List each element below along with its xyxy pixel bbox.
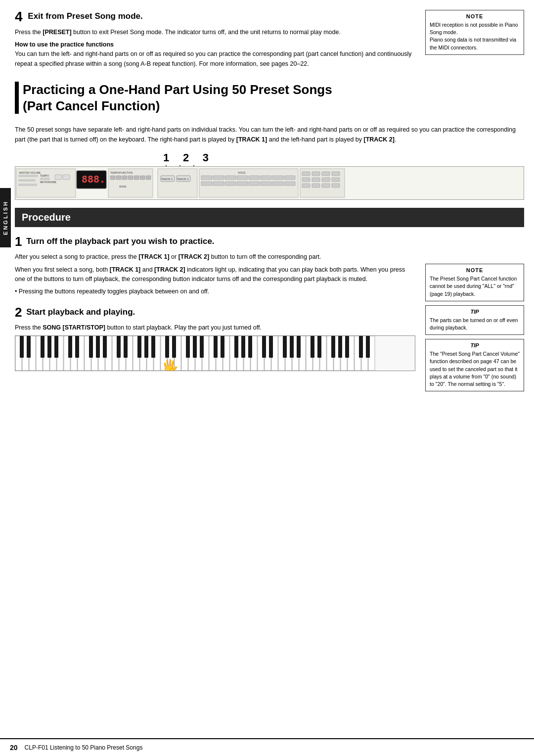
svg-text:MASTER VOLUME: MASTER VOLUME <box>19 171 41 174</box>
english-tab: ENGLISH <box>0 188 11 247</box>
svg-rect-56 <box>302 178 310 182</box>
step4-heading: 4 Exit from Preset Song mode. <box>15 10 415 24</box>
svg-rect-49 <box>272 182 283 186</box>
svg-rect-134 <box>186 336 190 358</box>
keyboard-diagram-container: 1 2 3 MASTER VOLUME <box>15 151 524 200</box>
track1-bold: [TRACK 1] <box>138 253 170 260</box>
black-bar-decoration <box>15 82 19 114</box>
step1-note-text: The Preset Song Part Cancel function can… <box>430 275 520 298</box>
svg-rect-127 <box>117 336 121 358</box>
svg-rect-125 <box>96 336 100 358</box>
track1b-bold: [TRACK 1] <box>110 266 141 273</box>
proc-step2-number: 2 <box>15 305 22 320</box>
step2-tip2-title: TIP <box>430 342 520 348</box>
svg-rect-50 <box>284 182 295 186</box>
svg-text:TEMPO/FUNCTION: TEMPO/FUNCTION <box>110 171 133 174</box>
svg-rect-36 <box>213 176 224 180</box>
proc-step1: 1 Turn off the playback part you wish to… <box>15 234 415 297</box>
svg-rect-145 <box>290 336 294 358</box>
svg-rect-25 <box>140 176 145 180</box>
step4-title: Exit from Preset Song mode. <box>28 11 142 21</box>
svg-rect-22 <box>122 176 127 180</box>
piano-keyboard: 🖐 <box>15 335 415 371</box>
svg-rect-10 <box>18 184 37 186</box>
svg-rect-142 <box>262 336 266 358</box>
hand-icon: 🖐 <box>161 359 178 371</box>
step4-note: NOTE MIDI reception is not possible in P… <box>425 10 524 55</box>
svg-rect-124 <box>89 336 93 358</box>
svg-rect-140 <box>241 336 245 358</box>
svg-rect-133 <box>172 336 176 358</box>
svg-rect-121 <box>54 336 58 358</box>
svg-rect-148 <box>317 336 321 358</box>
svg-rect-21 <box>116 176 121 180</box>
step1-tip1-title: TIP <box>430 309 520 315</box>
svg-rect-120 <box>47 336 51 358</box>
svg-text:TRACK 1: TRACK 1 <box>161 178 173 181</box>
step2-tip2-text: The "Preset Song Part Cancel Volume" fun… <box>430 350 520 388</box>
step4-para1: Press the [PRESET] button to exit Preset… <box>15 28 415 37</box>
step1-note-title: NOTE <box>430 267 520 273</box>
svg-rect-138 <box>221 336 224 358</box>
svg-rect-28 <box>158 169 197 197</box>
svg-rect-146 <box>297 336 301 358</box>
svg-rect-40 <box>261 176 271 180</box>
svg-rect-119 <box>41 336 44 358</box>
svg-rect-117 <box>20 336 24 358</box>
step1-note: NOTE The Preset Song Part Cancel functio… <box>425 264 524 301</box>
num-1: 1 <box>163 151 169 164</box>
track2b-bold: [TRACK 2] <box>154 266 185 273</box>
track1-ref: [TRACK 1] <box>236 136 267 143</box>
numbers-row: 1 2 3 <box>163 151 524 164</box>
big-title-line1: Practicing a One-Hand Part Using 50 Pres… <box>23 82 332 97</box>
svg-rect-139 <box>234 336 238 358</box>
intro-text: The 50 preset songs have separate left- … <box>15 125 524 144</box>
svg-rect-47 <box>249 182 260 186</box>
proc-step1-number: 1 <box>15 234 22 249</box>
step2-tip2: TIP The "Preset Song Part Cancel Volume"… <box>425 339 524 391</box>
svg-rect-122 <box>68 336 72 358</box>
track2-ref: [TRACK 2] <box>363 136 395 143</box>
panel-svg: MASTER VOLUME TEMPO METRONOME 888. TEMPO… <box>15 167 524 200</box>
procedure-heading: Procedure <box>22 212 71 223</box>
big-title-line2: (Part Cancel Function) <box>23 98 160 113</box>
svg-rect-42 <box>284 176 295 180</box>
proc-step2-title: Start playback and playing. <box>26 307 135 317</box>
svg-rect-12 <box>40 178 50 180</box>
svg-rect-152 <box>359 336 363 358</box>
page-footer: 20 CLP-F01 Listening to 50 Piano Preset … <box>0 738 534 756</box>
svg-rect-151 <box>345 336 349 358</box>
procedure-layout: 1 Turn off the playback part you wish to… <box>15 234 524 395</box>
svg-rect-131 <box>151 336 155 358</box>
num-2: 2 <box>183 151 189 164</box>
svg-rect-46 <box>237 182 248 186</box>
svg-rect-20 <box>110 176 115 180</box>
svg-text:VOICE: VOICE <box>238 171 246 174</box>
svg-text:888.: 888. <box>82 173 105 185</box>
svg-rect-26 <box>146 176 151 180</box>
svg-rect-9 <box>18 179 36 182</box>
svg-text:TRACK 2: TRACK 2 <box>177 178 188 181</box>
svg-rect-129 <box>137 336 141 358</box>
preset-bold: [PRESET] <box>43 29 71 36</box>
svg-text:SONG: SONG <box>119 185 127 188</box>
proc-step2-heading: 2 Start playback and playing. <box>15 305 415 320</box>
svg-rect-15 <box>63 175 70 180</box>
step4-right: NOTE MIDI reception is not possible in P… <box>425 10 524 72</box>
svg-rect-52 <box>302 172 310 176</box>
proc-step1-title: Turn off the playback part you wish to p… <box>26 236 214 246</box>
svg-rect-144 <box>283 336 287 358</box>
proc-step1-para1: After you select a song to practice, pre… <box>15 252 415 262</box>
procedure-right: NOTE The Preset Song Part Cancel functio… <box>425 234 524 395</box>
footer-text: CLP-F01 Listening to 50 Piano Preset Son… <box>25 744 143 751</box>
step4-number: 4 <box>15 10 23 24</box>
svg-rect-137 <box>214 336 218 358</box>
svg-rect-153 <box>366 336 370 358</box>
page-number: 20 <box>10 744 18 752</box>
svg-rect-135 <box>193 336 197 358</box>
svg-rect-35 <box>201 176 212 180</box>
svg-text:TEMPO: TEMPO <box>40 174 49 177</box>
step4-sub-text: You can turn the left- and right-hand pa… <box>15 49 415 69</box>
proc-step1-para2: When you first select a song, both [TRAC… <box>15 265 415 284</box>
big-section-title-text: Practicing a One-Hand Part Using 50 Pres… <box>23 82 332 114</box>
